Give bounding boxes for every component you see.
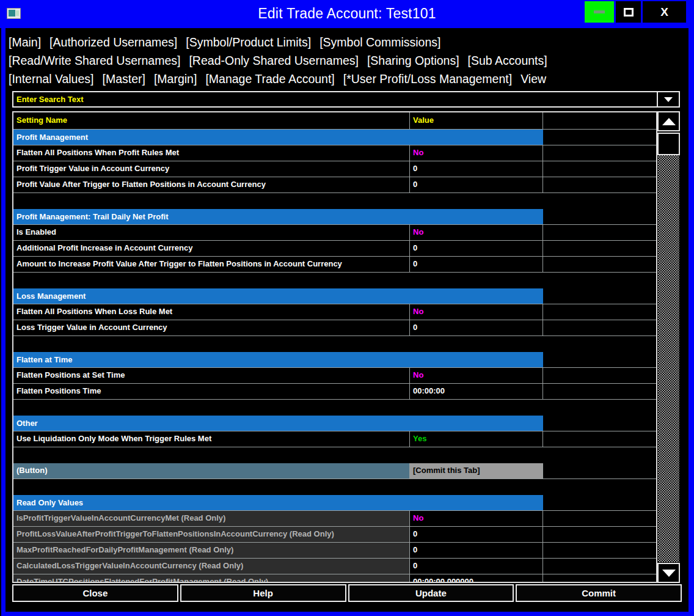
- setting-name-cell: CalculatedLossTriggerValueInAccountCurre…: [13, 559, 409, 574]
- extra-cell: [542, 574, 656, 583]
- extra-cell: [543, 416, 656, 431]
- setting-value-cell[interactable]: No: [409, 225, 542, 240]
- tab-symbol-product-limits[interactable]: [Symbol/Product Limits]: [186, 33, 311, 51]
- table-row: Profit Trigger Value in Account Currency…: [13, 161, 656, 177]
- table-row: Amount to Increase Profit Value After Tr…: [13, 257, 656, 273]
- setting-value-cell[interactable]: 0: [409, 241, 542, 256]
- commit-tab-button[interactable]: [Commit this Tab]: [409, 463, 542, 479]
- extra-cell: [543, 288, 656, 304]
- table-row: Is EnabledNo: [13, 225, 656, 241]
- scrollbar-thumb[interactable]: [657, 133, 680, 155]
- extra-cell: [542, 527, 656, 542]
- maximize-button[interactable]: [616, 1, 641, 23]
- spacer-row: [13, 273, 656, 288]
- table-row: Additional Profit Increase in Account Cu…: [13, 241, 656, 257]
- table-row: Flatten Positions Time00:00:00: [13, 384, 656, 400]
- scrollbar-track[interactable]: [658, 155, 679, 562]
- close-button[interactable]: X: [643, 1, 686, 23]
- table-row: Flatten All Positions When Loss Rule Met…: [13, 304, 656, 320]
- tab-manage-trade-account[interactable]: [Manage Trade Account]: [205, 70, 334, 88]
- setting-value-cell[interactable]: 0: [409, 320, 542, 336]
- section-header-row: Read Only Values: [13, 495, 656, 511]
- spacer-row: [13, 336, 656, 352]
- section-title: Flatten at Time: [13, 352, 543, 367]
- settings-table: Setting Name Value Profit ManagementFlat…: [12, 111, 657, 583]
- tab-view[interactable]: View: [520, 70, 546, 88]
- setting-value-cell[interactable]: 0: [409, 161, 542, 177]
- extra-cell: [542, 320, 656, 336]
- tab-read-only-shared-usernames[interactable]: [Read-Only Shared Usernames]: [189, 51, 358, 70]
- tab-master[interactable]: [Master]: [102, 70, 145, 88]
- setting-value-cell[interactable]: No: [409, 145, 542, 161]
- spacer-row: [13, 193, 656, 209]
- setting-name-cell: ProfitLossValueAfterProfitTriggerToFlatt…: [13, 527, 409, 542]
- tab-internal-values[interactable]: [Internal Values]: [9, 70, 93, 88]
- setting-value-cell[interactable]: No: [409, 304, 542, 320]
- table-row: Flatten Positions at Set TimeNo: [13, 368, 656, 384]
- close-button[interactable]: Close: [12, 584, 178, 602]
- tab-authorized-usernames[interactable]: [Authorized Usernames]: [49, 33, 177, 51]
- setting-name-cell: Flatten Positions at Set Time: [13, 368, 409, 383]
- section-header-row: Profit Management: [13, 130, 656, 145]
- setting-value-cell[interactable]: No: [409, 511, 542, 526]
- setting-value-cell[interactable]: 0: [409, 543, 542, 558]
- column-header-extra: [542, 112, 656, 129]
- section-header-row: Flatten at Time: [13, 352, 656, 368]
- extra-cell: [542, 241, 656, 256]
- setting-value-cell[interactable]: 0: [409, 257, 542, 272]
- section-title: Read Only Values: [13, 495, 543, 510]
- search-box[interactable]: Enter Search Text: [12, 91, 680, 108]
- table-row: MaxProfitReachedForDailyProfitManagement…: [13, 543, 656, 559]
- setting-value-cell[interactable]: No: [409, 368, 542, 383]
- spacer-row: [13, 447, 656, 463]
- table-row: IsProfitTriggerValueInAccountCurrencyMet…: [13, 511, 656, 527]
- setting-value-cell[interactable]: 0: [409, 527, 542, 542]
- section-header-row: Other: [13, 416, 656, 431]
- chevron-down-icon: [664, 97, 673, 102]
- tab-main[interactable]: [Main]: [9, 33, 41, 51]
- extra-cell: [542, 384, 656, 399]
- search-input[interactable]: Enter Search Text: [13, 92, 679, 106]
- scroll-up-button[interactable]: [657, 111, 680, 131]
- table-row: Use Liquidation Only Mode When Trigger R…: [13, 431, 656, 447]
- setting-name-cell: IsProfitTriggerValueInAccountCurrencyMet…: [13, 511, 409, 526]
- section-title: Other: [13, 416, 543, 431]
- tab-read-write-shared-usernames[interactable]: [Read/Write Shared Usernames]: [9, 51, 180, 70]
- tab-margin[interactable]: [Margin]: [154, 70, 197, 88]
- setting-value-cell[interactable]: 00:00:00.000000: [409, 574, 542, 583]
- setting-name-cell: DateTimeUTCPositionsFlattenedForProfitMa…: [13, 574, 409, 583]
- edit-trade-account-window: Edit Trade Account: Test101 X [Main][Aut…: [0, 0, 694, 616]
- extra-cell: [543, 352, 656, 367]
- setting-name-cell: Use Liquidation Only Mode When Trigger R…: [13, 431, 409, 447]
- setting-value-cell[interactable]: 0: [409, 559, 542, 574]
- extra-cell: [542, 559, 656, 574]
- tab-symbol-commissions[interactable]: [Symbol Commissions]: [320, 33, 440, 51]
- close-icon: X: [660, 6, 668, 19]
- extra-cell: [542, 511, 656, 526]
- tab-row: [Internal Values][Master][Margin][Manage…: [9, 70, 684, 88]
- tab-sub-accounts[interactable]: [Sub Accounts]: [468, 51, 547, 70]
- help-button[interactable]: Help: [180, 584, 346, 602]
- vertical-scrollbar[interactable]: [657, 111, 680, 583]
- extra-cell: [542, 225, 656, 240]
- section-title: Profit Management: [13, 130, 543, 145]
- setting-value-cell[interactable]: Yes: [409, 431, 542, 447]
- scroll-down-button[interactable]: [657, 563, 680, 583]
- extra-cell: [542, 368, 656, 383]
- tab-sharing-options[interactable]: [Sharing Options]: [367, 51, 459, 70]
- setting-value-cell[interactable]: 00:00:00: [409, 384, 542, 399]
- tab-row: [Read/Write Shared Usernames][Read-Only …: [9, 51, 684, 70]
- extra-cell: [542, 463, 656, 479]
- setting-value-cell[interactable]: 0: [409, 177, 542, 193]
- tab-row: [Main][Authorized Usernames][Symbol/Prod…: [9, 33, 684, 51]
- commit-button[interactable]: Commit: [516, 584, 682, 602]
- minimize-button[interactable]: [585, 1, 614, 23]
- extra-cell: [542, 161, 656, 177]
- setting-name-cell: Amount to Increase Profit Value After Tr…: [13, 257, 409, 272]
- extra-cell: [543, 209, 656, 224]
- update-button[interactable]: Update: [348, 584, 514, 602]
- search-dropdown-button[interactable]: [657, 91, 680, 108]
- table-row: Profit Value After Trigger to Flatten Po…: [13, 177, 656, 193]
- table-row: DateTimeUTCPositionsFlattenedForProfitMa…: [13, 574, 656, 583]
- tab-user-profit-loss-management[interactable]: [*User Profit/Loss Management]: [343, 70, 512, 88]
